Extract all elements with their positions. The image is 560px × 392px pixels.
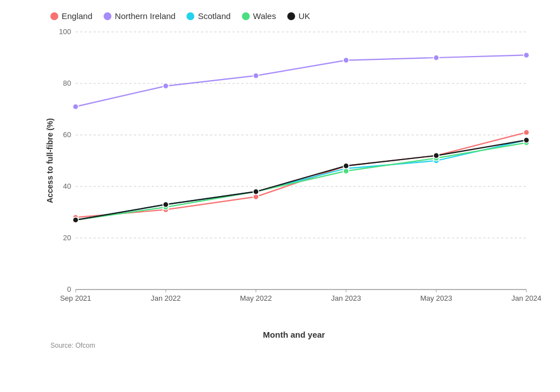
svg-text:Access to full-fibre (%): Access to full-fibre (%) — [45, 118, 54, 203]
svg-text:Jan 2023: Jan 2023 — [331, 294, 361, 302]
svg-point-35 — [343, 58, 349, 63]
svg-point-37 — [524, 52, 529, 58]
svg-point-36 — [433, 55, 439, 60]
legend-label-england: England — [62, 11, 92, 21]
svg-point-52 — [253, 189, 259, 194]
svg-text:May 2023: May 2023 — [420, 294, 452, 302]
chart-container: England Northern Ireland Scotland Wales … — [0, 0, 560, 392]
legend-item-scotland: Scotland — [186, 11, 230, 21]
svg-text:Jan 2024: Jan 2024 — [511, 294, 542, 302]
legend-dot-england — [50, 12, 58, 20]
svg-point-54 — [433, 153, 439, 158]
svg-text:40: 40 — [63, 182, 71, 190]
svg-text:20: 20 — [63, 234, 71, 242]
legend-item-england: England — [50, 11, 92, 21]
svg-wrapper: 020406080100Access to full-fibre (%)Sep … — [45, 26, 543, 349]
svg-text:60: 60 — [63, 130, 71, 139]
svg-point-32 — [73, 104, 78, 109]
legend-dot-uk — [287, 12, 295, 20]
svg-point-53 — [343, 163, 349, 169]
svg-point-50 — [73, 217, 78, 223]
legend-dot-wales — [242, 12, 250, 20]
legend-dot-scotland — [186, 12, 194, 20]
svg-text:0: 0 — [67, 285, 71, 293]
legend-item-wales: Wales — [242, 11, 276, 21]
legend-label-scotland: Scotland — [198, 11, 230, 21]
legend-label-uk: UK — [298, 11, 310, 21]
source-label: Source: Ofcom — [45, 342, 543, 349]
chart-svg: 020406080100Access to full-fibre (%)Sep … — [45, 26, 543, 323]
svg-point-31 — [524, 129, 529, 135]
legend-label-northern-ireland: Northern Ireland — [115, 11, 175, 21]
svg-text:Sep 2021: Sep 2021 — [60, 294, 91, 302]
svg-point-34 — [253, 73, 259, 78]
svg-point-55 — [524, 137, 529, 143]
legend-item-northern-ireland: Northern Ireland — [104, 11, 175, 21]
chart-legend: England Northern Ireland Scotland Wales … — [45, 11, 543, 21]
x-axis-label: Month and year — [45, 330, 543, 339]
svg-point-33 — [163, 83, 169, 89]
svg-text:Jan 2022: Jan 2022 — [151, 294, 181, 302]
legend-dot-northern-ireland — [104, 12, 111, 20]
svg-text:May 2022: May 2022 — [240, 294, 272, 302]
svg-point-51 — [163, 202, 169, 207]
svg-text:80: 80 — [63, 79, 71, 87]
legend-label-wales: Wales — [253, 11, 276, 21]
svg-text:100: 100 — [59, 27, 71, 36]
legend-item-uk: UK — [287, 11, 310, 21]
